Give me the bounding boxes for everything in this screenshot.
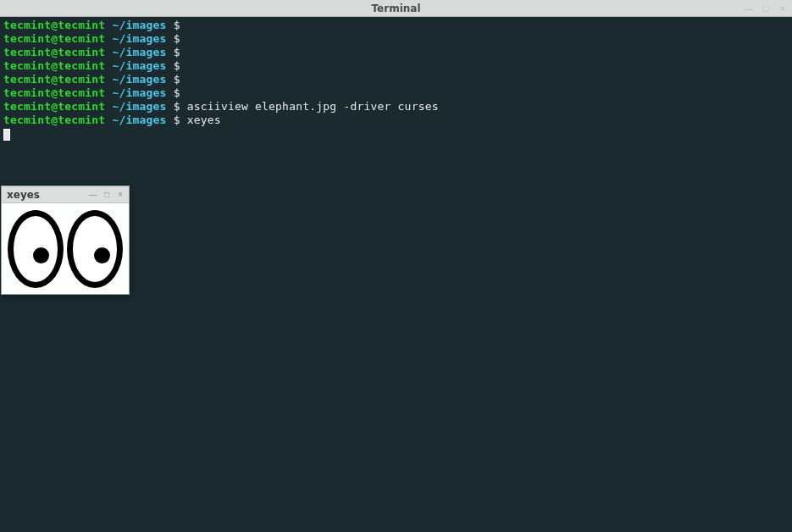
prompt-dollar: $	[167, 59, 180, 72]
prompt-path: ~/images	[112, 32, 166, 45]
terminal-titlebar[interactable]: Terminal — □ ×	[0, 0, 792, 17]
prompt-dollar: $	[167, 114, 180, 126]
prompt-path: ~/images	[112, 59, 166, 72]
prompt-dollar: $	[167, 100, 180, 113]
left-pupil-icon	[33, 247, 49, 263]
prompt-dollar: $	[167, 32, 180, 45]
cursor-icon	[3, 129, 10, 141]
prompt-dollar: $	[167, 46, 180, 58]
prompt-path: ~/images	[112, 114, 166, 126]
command-text: xeyes	[180, 114, 221, 126]
close-button[interactable]: ×	[777, 3, 789, 14]
xeyes-window[interactable]: xeyes — □ ×	[1, 186, 130, 295]
terminal-title: Terminal	[371, 3, 420, 14]
right-eye-icon	[67, 210, 123, 288]
terminal-body[interactable]: tecmint@tecmint ~/images $ tecmint@tecmi…	[0, 17, 792, 142]
prompt-user: tecmint@tecmint	[3, 59, 105, 72]
xeyes-canvas	[2, 203, 129, 294]
terminal-line: tecmint@tecmint ~/images $	[3, 32, 789, 46]
prompt-user: tecmint@tecmint	[3, 114, 105, 126]
prompt-user: tecmint@tecmint	[3, 19, 105, 31]
prompt-user: tecmint@tecmint	[3, 46, 105, 58]
xeyes-maximize-button[interactable]: □	[102, 190, 112, 200]
prompt-path: ~/images	[112, 73, 166, 86]
right-pupil-icon	[94, 247, 110, 263]
terminal-line: tecmint@tecmint ~/images $	[3, 59, 789, 73]
terminal-line: tecmint@tecmint ~/images $	[3, 86, 789, 100]
xeyes-minimize-button[interactable]: —	[88, 190, 98, 200]
terminal-window-controls: — □ ×	[743, 3, 789, 14]
terminal-line: tecmint@tecmint ~/images $ asciiview ele…	[3, 100, 789, 114]
terminal-cursor-line	[3, 127, 789, 141]
prompt-path: ~/images	[112, 19, 166, 31]
prompt-path: ~/images	[112, 86, 166, 99]
prompt-dollar: $	[167, 86, 180, 99]
left-eye-icon	[8, 210, 64, 288]
minimize-button[interactable]: —	[743, 3, 755, 14]
prompt-dollar: $	[167, 19, 180, 31]
xeyes-close-button[interactable]: ×	[115, 190, 125, 200]
xeyes-title: xeyes	[7, 189, 40, 201]
prompt-path: ~/images	[112, 46, 166, 58]
prompt-user: tecmint@tecmint	[3, 100, 105, 113]
prompt-user: tecmint@tecmint	[3, 73, 105, 86]
xeyes-titlebar[interactable]: xeyes — □ ×	[2, 186, 129, 203]
prompt-user: tecmint@tecmint	[3, 32, 105, 45]
maximize-button[interactable]: □	[760, 3, 772, 14]
prompt-user: tecmint@tecmint	[3, 86, 105, 99]
terminal-line: tecmint@tecmint ~/images $ xeyes	[3, 114, 789, 127]
prompt-dollar: $	[167, 73, 180, 86]
terminal-line: tecmint@tecmint ~/images $	[3, 46, 789, 59]
terminal-line: tecmint@tecmint ~/images $	[3, 73, 789, 86]
xeyes-window-controls: — □ ×	[88, 190, 125, 200]
prompt-path: ~/images	[112, 100, 166, 113]
terminal-line: tecmint@tecmint ~/images $	[3, 19, 789, 32]
command-text: asciiview elephant.jpg -driver curses	[180, 100, 439, 113]
